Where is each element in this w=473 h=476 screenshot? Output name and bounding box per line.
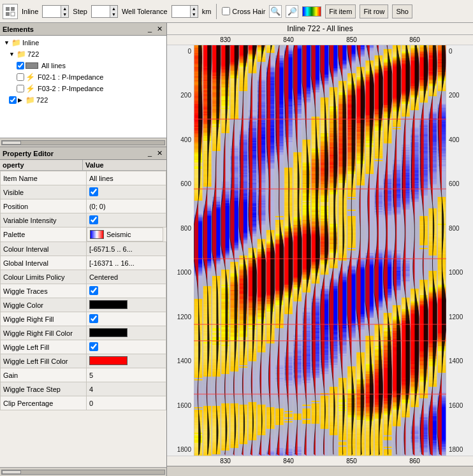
tree-label-722-1: 722	[27, 50, 39, 58]
prop-value-wigglerf[interactable]	[86, 312, 166, 326]
tolerance-spin-up[interactable]: ▲	[190, 6, 198, 11]
tolerance-spinbox[interactable]: 1 ▲ ▼	[171, 5, 198, 18]
prop-label-colorinterval: Colour Interval	[1, 242, 87, 256]
top-tick-840: 840	[283, 36, 294, 43]
toggle-722-1[interactable]: ▼	[9, 51, 15, 57]
prop-row-palette: Palette Seismic	[1, 227, 166, 242]
prop-value-wiggleleft[interactable]	[86, 340, 166, 354]
icon-f021: ⚡	[25, 73, 35, 82]
prop-checkbox-wiggletraces[interactable]	[89, 286, 98, 295]
bottom-status	[167, 466, 473, 476]
prop-checkbox-varintensity[interactable]	[89, 215, 98, 224]
seismic-left-ticks: 0 200 400 600 800 1000 1200 1400 1600 18…	[176, 45, 193, 456]
elements-panel: Elements _ ✕ ▼ 📁 Inline ▼ 📁 722	[0, 23, 166, 147]
seismic-canvas-wrapper[interactable]	[194, 45, 446, 456]
tree-item-722-2[interactable]: ▶ 📁 722	[1, 94, 165, 106]
prop-value-colorinterval[interactable]: [-6571.5 .. 6...	[86, 242, 166, 256]
tree-item-722-1[interactable]: ▼ 📁 722	[1, 48, 165, 60]
tolerance-unit: km	[202, 8, 212, 15]
left-tick-600: 600	[180, 180, 191, 187]
prop-value-wigglerfcolor[interactable]	[86, 326, 166, 340]
prop-row-visible: Visible	[1, 185, 166, 199]
inline-value[interactable]: 722	[43, 6, 61, 17]
prop-hscroll-thumb[interactable]	[2, 470, 21, 474]
step-spin-up[interactable]: ▲	[110, 6, 117, 11]
prop-row-wiggleleft: Wiggle Left Fill	[1, 340, 166, 354]
tolerance-value[interactable]: 1	[172, 6, 190, 17]
wiggle-lf-color-swatch[interactable]	[89, 356, 127, 365]
step-spin-down[interactable]: ▼	[110, 11, 117, 17]
prop-value-colorlimits[interactable]: Centered	[86, 270, 166, 284]
inline-spin-down[interactable]: ▼	[61, 11, 68, 17]
fit-row-button[interactable]: Fit row	[360, 4, 388, 18]
prop-value-palette[interactable]: Seismic	[87, 227, 163, 242]
tree-item-inline[interactable]: ▼ 📁 Inline	[1, 37, 165, 48]
prop-value-itemname[interactable]: All lines	[86, 171, 166, 185]
checkbox-f032[interactable]	[17, 85, 24, 92]
top-tick-830: 830	[220, 36, 231, 43]
zoom-in-icon[interactable]: 🔍	[269, 5, 282, 18]
prop-label-wigglerf: Wiggle Right Fill	[1, 312, 87, 326]
seismic-top-axis: 830 840 850 860	[167, 35, 473, 45]
zoom-out-icon[interactable]: 🔎	[286, 5, 298, 18]
inline-spinbox[interactable]: 722 ▲ ▼	[42, 5, 69, 18]
app-icon[interactable]	[3, 4, 18, 19]
prop-checkbox-visible[interactable]	[89, 187, 98, 196]
wiggle-color-swatch[interactable]	[89, 300, 127, 309]
checkbox-alllines[interactable]	[17, 62, 24, 69]
palette-swatch	[90, 230, 104, 239]
prop-minimize-icon[interactable]: _	[147, 149, 153, 157]
folder-icon-722-1: 📁	[17, 50, 26, 59]
bottom-tick-840: 840	[283, 458, 294, 465]
step-spinbox[interactable]: 1 ▲ ▼	[91, 5, 118, 18]
prop-value-globalinterval[interactable]: [-16371 .. 16...	[86, 256, 166, 270]
step-spin-arrows[interactable]: ▲ ▼	[110, 6, 117, 17]
toggle-722-2[interactable]: ▶	[18, 97, 24, 103]
tree-item-f021[interactable]: ⚡ F02-1 : P-Impedance	[1, 71, 165, 83]
color-bar	[302, 6, 321, 17]
prop-value-wiggletraces[interactable]	[86, 284, 166, 298]
property-scroll[interactable]: Item Name All lines Visible Position (0;…	[0, 171, 166, 467]
elements-hscroll[interactable]	[0, 138, 166, 147]
elements-minimize-icon[interactable]: _	[147, 25, 153, 33]
tree-item-alllines[interactable]: All lines	[1, 60, 165, 71]
crosshair-checkbox[interactable]	[222, 7, 230, 15]
prop-value-wigglecolor[interactable]	[86, 298, 166, 312]
prop-value-position[interactable]: (0; 0)	[86, 199, 166, 213]
hscroll-thumb[interactable]	[2, 141, 21, 145]
toggle-inline[interactable]: ▼	[4, 40, 10, 46]
prop-value-wiggleleftcolor[interactable]	[86, 354, 166, 368]
prop-close-icon[interactable]: ✕	[156, 149, 164, 157]
checkbox-722-2[interactable]	[9, 96, 17, 104]
wiggle-rf-color-swatch[interactable]	[89, 328, 127, 337]
seismic-content[interactable]: 0 200 400 600 800 1000 1200 1400 1600 18…	[167, 45, 473, 456]
checkbox-f021[interactable]	[17, 73, 24, 81]
prop-value-wiggletracestep[interactable]: 4	[86, 382, 166, 396]
elements-close-icon[interactable]: ✕	[156, 25, 164, 33]
tolerance-spin-arrows[interactable]: ▲ ▼	[190, 6, 198, 17]
left-tick-200: 200	[180, 92, 191, 99]
icon-f032: ⚡	[25, 84, 35, 93]
prop-value-visible[interactable]	[86, 185, 166, 199]
show-button[interactable]: Sho	[392, 4, 412, 18]
tree-item-f032[interactable]: ⚡ F03-2 : P-Impedance	[1, 83, 165, 94]
crosshair-checkbox-wrapper[interactable]: Cross Hair	[222, 7, 265, 15]
crosshair-label: Cross Hair	[232, 8, 265, 15]
prop-value-gain[interactable]: 5	[86, 368, 166, 382]
prop-value-varintensity[interactable]	[86, 213, 166, 227]
prop-checkbox-wiggleleft[interactable]	[89, 342, 98, 351]
property-editor-title: Property Editor	[3, 150, 54, 157]
prop-hscroll-track[interactable]	[1, 470, 165, 475]
step-value[interactable]: 1	[92, 6, 110, 17]
inline-spin-up[interactable]: ▲	[61, 6, 68, 11]
hscroll-track[interactable]	[1, 140, 165, 145]
inline-spin-arrows[interactable]: ▲ ▼	[61, 6, 68, 17]
tolerance-spin-down[interactable]: ▼	[190, 11, 198, 17]
prop-value-clippct[interactable]: 0	[86, 396, 166, 410]
tree-label-alllines: All lines	[41, 62, 66, 69]
color-alllines	[25, 62, 38, 69]
fit-item-button[interactable]: Fit item	[325, 4, 356, 18]
prop-checkbox-wigglerf[interactable]	[89, 314, 98, 323]
prop-row-wiggletracestep: Wiggle Trace Step 4	[1, 382, 166, 396]
prop-hscroll[interactable]	[0, 467, 166, 476]
